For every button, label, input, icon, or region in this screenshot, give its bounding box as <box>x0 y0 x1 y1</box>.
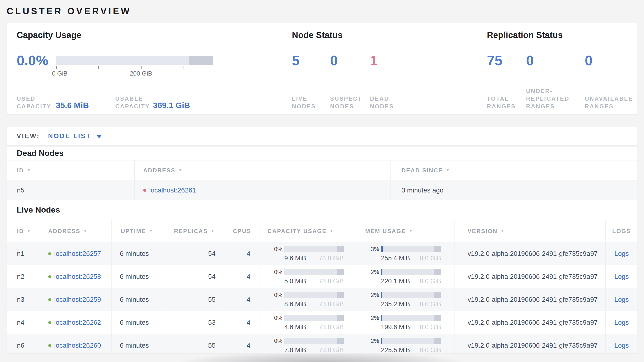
used-capacity-label: USED CAPACITY <box>17 95 56 110</box>
mem-max-value: 8.0 GiB <box>420 301 441 308</box>
live-node-address-link[interactable]: localhost:26259 <box>54 296 101 303</box>
bottom-scroll-shadow <box>167 354 477 362</box>
capacity-used-value: 8.6 MiB <box>284 301 306 308</box>
live-col-id[interactable]: ID▼ <box>7 220 41 242</box>
live-col-version[interactable]: VERSION▼ <box>454 220 606 242</box>
mem-used-value: 255.4 MiB <box>381 255 410 262</box>
capacity-usage-percent: 0% <box>268 292 282 298</box>
logs-link[interactable]: Logs <box>614 342 629 349</box>
suspect-nodes-label: SUSPECT NODES <box>330 95 366 110</box>
capacity-max-value: 73.8 GiB <box>319 278 344 285</box>
view-selected-value[interactable]: NODE LIST <box>48 132 91 140</box>
replication-status-section: Replication Status 75 0 0 TOTAL RANGES U… <box>487 30 640 40</box>
dead-node-id: n5 <box>7 181 134 200</box>
live-col-uptime[interactable]: UPTIME▼ <box>112 220 165 242</box>
mem-max-value: 8.0 GiB <box>420 255 441 262</box>
live-node-logs-cell: Logs <box>606 334 637 353</box>
live-node-address-link[interactable]: localhost:26257 <box>54 250 101 258</box>
live-node-mem-usage-cell: 3% 255.4 MiB 8.0 GiB <box>357 242 454 265</box>
live-node-replicas: 55 <box>165 288 224 311</box>
mem-usage-bar <box>381 338 441 344</box>
mem-usage-percent: 3% <box>364 246 379 253</box>
live-node-address-cell: localhost:26258 <box>41 265 112 288</box>
logs-link[interactable]: Logs <box>614 273 629 280</box>
live-node-logs-cell: Logs <box>606 265 637 288</box>
dead-col-address[interactable]: ADDRESS▼ <box>134 160 390 180</box>
live-node-version: v19.2.0-alpha.20190606-2491-gfe735c9a97 <box>454 311 606 334</box>
live-node-cpus: 4 <box>224 311 260 334</box>
live-col-mem-usage[interactable]: MEM USAGE▼ <box>357 220 454 242</box>
capacity-axis-ticks <box>56 65 213 69</box>
capacity-used-value: 7.8 MiB <box>284 346 306 354</box>
capacity-usage-bar: 0 GiB 200 GiB <box>56 56 213 77</box>
mem-usage-bar <box>381 292 441 298</box>
live-node-replicas: 54 <box>165 265 224 288</box>
mem-usage-percent: 2% <box>364 269 379 275</box>
capacity-max-value: 73.8 GiB <box>319 255 344 262</box>
live-col-capacity-usage[interactable]: CAPACITY USAGE▼ <box>260 220 357 242</box>
live-node-capacity-usage-cell: 0% 4.6 MiB 73.8 GiB <box>260 311 357 334</box>
live-node-version: v19.2.0-alpha.20190606-2491-gfe735c9a97 <box>454 334 606 353</box>
capacity-usage-bar <box>284 246 344 252</box>
capacity-bar-endcap <box>189 56 213 65</box>
page-title: CLUSTER OVERVIEW <box>7 4 637 22</box>
capacity-usage-bar <box>284 315 344 321</box>
dead-nodes-count: 1 <box>370 54 378 67</box>
live-node-address-link[interactable]: localhost:26262 <box>54 319 101 326</box>
live-node-uptime: 6 minutes <box>112 265 165 288</box>
unavailable-ranges-count: 0 <box>585 54 592 67</box>
logs-link[interactable]: Logs <box>614 250 629 258</box>
live-node-capacity-usage-cell: 0% 7.8 MiB 73.8 GiB <box>260 334 357 353</box>
live-node-replicas: 54 <box>165 242 224 265</box>
live-node-uptime: 6 minutes <box>112 311 165 334</box>
mem-bar-endcap <box>434 292 441 298</box>
live-node-address-cell: localhost:26260 <box>41 334 112 353</box>
dead-nodes-table-header: ID▼ ADDRESS▼ DEAD SINCE▼ <box>7 160 637 181</box>
live-node-row: n1 localhost:26257 6 minutes 54 4 0% <box>7 242 637 265</box>
live-node-uptime: 6 minutes <box>112 242 165 265</box>
capacity-usage-bar <box>284 292 344 298</box>
node-status-title: Node Status <box>292 30 478 40</box>
live-col-replicas[interactable]: REPLICAS▼ <box>165 220 224 242</box>
live-node-id: n1 <box>7 242 41 265</box>
capacity-usage-percent: 0% <box>268 315 282 321</box>
sort-desc-icon: ▼ <box>210 229 215 233</box>
mem-used-value: 235.2 MiB <box>381 301 410 308</box>
live-node-row: n3 localhost:26259 6 minutes 55 4 0% <box>7 288 637 311</box>
mem-usage-percent: 2% <box>364 292 379 298</box>
live-node-version: v19.2.0-alpha.20190606-2491-gfe735c9a97 <box>454 242 606 265</box>
sort-desc-icon: ▼ <box>500 229 505 233</box>
live-col-address[interactable]: ADDRESS▼ <box>41 220 112 242</box>
live-node-mem-usage-cell: 2% 199.6 MiB 8.0 GiB <box>357 311 454 334</box>
live-node-capacity-usage-cell: 0% 8.6 MiB 73.8 GiB <box>260 288 357 311</box>
live-node-cpus: 4 <box>224 334 260 353</box>
mem-bar-endcap <box>434 315 441 321</box>
healthy-status-dot-icon <box>48 275 51 278</box>
logs-link[interactable]: Logs <box>614 319 629 326</box>
live-node-uptime: 6 minutes <box>112 288 165 311</box>
capacity-usage-percent: 0% <box>268 269 282 275</box>
view-selector-dropdown[interactable]: NODE LIST <box>48 132 102 140</box>
dead-col-dead-since[interactable]: DEAD SINCE▼ <box>390 160 637 180</box>
usable-capacity-value: 369.1 GiB <box>153 101 190 110</box>
under-replicated-label: UNDER-REPLICATED RANGES <box>526 87 572 110</box>
healthy-status-dot-icon <box>48 298 51 301</box>
dead-node-address-link[interactable]: localhost:26261 <box>149 187 196 194</box>
capacity-usage-bar <box>284 269 344 275</box>
view-bar: VIEW: NODE LIST <box>7 127 637 145</box>
mem-usage-percent: 2% <box>364 338 379 344</box>
live-nodes-table-body: n1 localhost:26257 6 minutes 54 4 0% <box>7 242 637 353</box>
logs-link[interactable]: Logs <box>614 296 629 303</box>
live-node-row: n6 localhost:26260 6 minutes 55 4 0% <box>7 334 637 353</box>
live-node-uptime: 6 minutes <box>112 334 165 353</box>
live-node-address-link[interactable]: localhost:26258 <box>54 273 101 280</box>
live-node-row: n2 localhost:26258 6 minutes 54 4 0% <box>7 265 637 288</box>
capacity-usage-percent: 0% <box>268 246 282 253</box>
live-node-address-link[interactable]: localhost:26260 <box>54 342 101 349</box>
replication-status-title: Replication Status <box>487 30 640 40</box>
mem-usage-percent: 2% <box>364 315 379 321</box>
mem-bar-endcap <box>434 269 441 275</box>
dead-col-id[interactable]: ID▼ <box>7 160 134 180</box>
healthy-status-dot-icon <box>48 344 51 347</box>
live-node-mem-usage-cell: 2% 225.5 MiB 8.0 GiB <box>357 334 454 353</box>
